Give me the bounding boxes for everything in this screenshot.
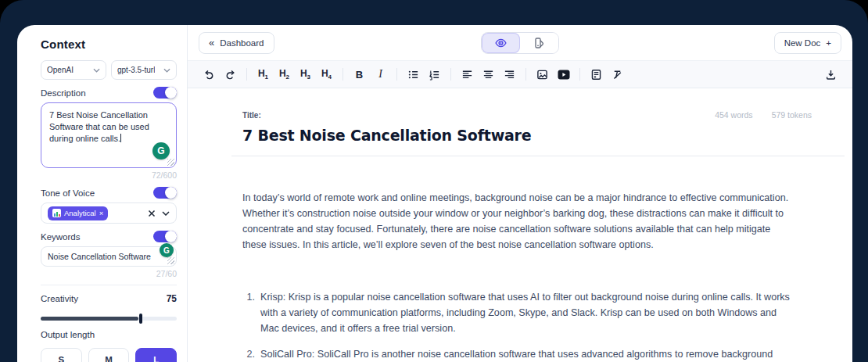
redo-button[interactable] (220, 64, 241, 84)
toggle-knob (165, 87, 177, 99)
chevron-down-icon (93, 68, 100, 73)
list-item-text: Krisp: Krisp is a popular noise cancella… (260, 289, 791, 336)
insert-template-button[interactable] (586, 64, 607, 84)
description-toggle[interactable] (153, 87, 177, 99)
editor-topbar: « Dashboard (188, 25, 852, 60)
slider-thumb[interactable] (139, 314, 142, 324)
align-right-button[interactable] (499, 64, 520, 84)
document-editor[interactable]: Title: 454 words 579 tokens 7 Best Noise… (188, 88, 852, 362)
creativity-value: 75 (167, 293, 177, 304)
undo-button[interactable] (199, 64, 220, 84)
new-doc-button[interactable]: New Doc + (774, 32, 841, 54)
redo-icon (224, 69, 236, 81)
chevron-down-icon[interactable] (162, 211, 170, 216)
app-card: Context OpenAI gpt-3.5-turl Description … (17, 25, 852, 362)
align-left-button[interactable] (457, 64, 478, 84)
chevron-down-icon (163, 68, 170, 73)
bold-button[interactable]: B (349, 64, 370, 84)
resize-grip-icon[interactable] (167, 159, 174, 166)
slider-fill (41, 317, 138, 321)
align-left-icon (461, 69, 473, 81)
double-chevron-left-icon: « (209, 37, 214, 48)
toggle-knob (165, 231, 177, 242)
creativity-slider[interactable] (41, 314, 177, 324)
doc-heading[interactable]: 7 Best Noise Cancellation Software (242, 127, 829, 144)
undo-icon (203, 69, 215, 81)
toolbar-separator (450, 68, 451, 81)
description-label: Description (41, 88, 86, 98)
text-caret (120, 134, 121, 142)
output-length-l-button[interactable]: L (135, 348, 177, 362)
heading-4-button[interactable]: H4 (316, 64, 337, 84)
new-doc-label: New Doc (784, 38, 821, 48)
grammarly-icon[interactable]: G (160, 243, 174, 257)
download-button[interactable] (820, 64, 841, 84)
ordered-list-button[interactable] (424, 64, 445, 84)
youtube-icon (558, 70, 570, 80)
align-center-button[interactable] (478, 64, 499, 84)
grammarly-icon[interactable]: G (152, 142, 170, 159)
insert-video-button[interactable] (553, 64, 574, 84)
output-length-s-button[interactable]: S (41, 348, 82, 362)
back-to-dashboard-button[interactable]: « Dashboard (199, 32, 274, 54)
italic-button[interactable]: I (370, 64, 391, 84)
align-center-icon (482, 69, 494, 81)
toolbar-separator (525, 68, 526, 81)
heading-2-button[interactable]: H2 (274, 64, 295, 84)
clear-icon[interactable] (148, 210, 156, 217)
heading-3-button[interactable]: H3 (295, 64, 316, 84)
output-length-m-button[interactable]: M (88, 348, 130, 362)
style-view-button[interactable] (520, 33, 558, 53)
dashboard-button-label: Dashboard (220, 38, 264, 48)
sidebar-title: Context (41, 38, 177, 51)
provider-select[interactable]: OpenAI (41, 60, 106, 80)
token-count: 579 tokens (772, 110, 812, 120)
tone-tag-remove-icon[interactable]: × (99, 209, 104, 217)
list-item[interactable]: 1. Krisp: Krisp is a popular noise cance… (242, 289, 791, 336)
output-length-label: Output length (41, 330, 177, 342)
download-icon (825, 69, 837, 81)
tone-tag-analytical[interactable]: Analytical × (48, 206, 108, 220)
plus-icon: + (826, 38, 831, 48)
doc-numbered-list: 1. Krisp: Krisp is a popular noise cance… (242, 289, 791, 362)
heading-1-button[interactable]: H1 (253, 64, 274, 84)
list-item-text: SoliCall Pro: SoliCall Pro is another no… (260, 346, 791, 362)
tone-tag-label: Analytical (64, 209, 96, 217)
context-sidebar: Context OpenAI gpt-3.5-turl Description … (17, 25, 188, 362)
bullet-list-icon (407, 69, 419, 81)
align-right-icon (504, 69, 515, 81)
resize-grip-icon[interactable] (167, 257, 174, 264)
model-select[interactable]: gpt-3.5-turl (111, 60, 177, 80)
toolbar-separator (579, 68, 580, 81)
description-text: 7 Best Noise Cancellation Software that … (49, 110, 149, 143)
ordered-list-icon (429, 69, 440, 81)
keywords-text: Noise Cancellation Software (48, 252, 151, 261)
clear-formatting-icon (612, 69, 623, 81)
creativity-label: Creativity (41, 294, 78, 303)
preview-eye-button[interactable] (482, 33, 520, 53)
document-form-icon (590, 69, 602, 81)
list-item[interactable]: 2. SoliCall Pro: SoliCall Pro is another… (242, 346, 791, 362)
keywords-label: Keywords (41, 232, 81, 242)
image-icon (536, 69, 548, 81)
doc-divider (231, 156, 845, 156)
view-mode-segmented-control (481, 32, 559, 54)
keywords-toggle[interactable] (153, 231, 177, 242)
list-item-number: 1. (242, 289, 255, 336)
keywords-input[interactable]: Noise Cancellation Software G (41, 246, 177, 267)
keywords-counter: 27/60 (41, 269, 177, 278)
tone-select[interactable]: Analytical × (41, 203, 177, 224)
word-count: 454 words (715, 110, 752, 120)
tone-label: Tone of Voice (41, 188, 95, 198)
model-select-value: gpt-3.5-turl (117, 66, 155, 74)
description-textarea[interactable]: 7 Best Noise Cancellation Software that … (41, 102, 177, 168)
clear-formatting-button[interactable] (607, 64, 628, 84)
bullet-list-button[interactable] (403, 64, 424, 84)
doc-title-label: Title: (242, 111, 261, 120)
insert-image-button[interactable] (532, 64, 553, 84)
doc-paragraph[interactable]: In today’s world of remote work and onli… (242, 190, 790, 253)
description-counter: 72/600 (41, 170, 177, 180)
toolbar-separator (396, 68, 397, 81)
bar-chart-icon (52, 209, 61, 217)
tone-toggle[interactable] (153, 187, 177, 199)
